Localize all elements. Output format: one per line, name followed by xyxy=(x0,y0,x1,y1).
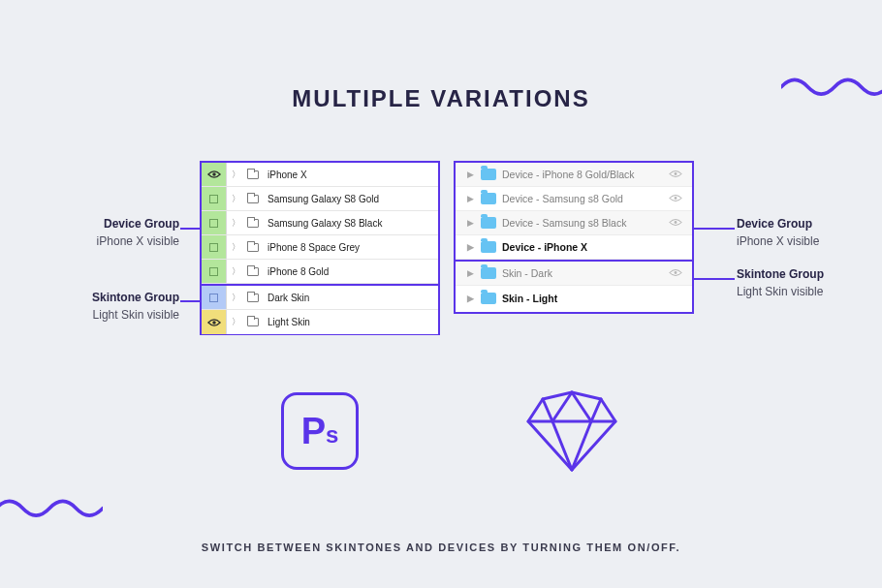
eye-icon xyxy=(207,318,221,327)
page-title: MULTIPLE VARIATIONS xyxy=(0,85,882,112)
eye-icon xyxy=(207,170,221,179)
layer-row[interactable]: ▶ Device - iPhone 8 Gold/Black xyxy=(456,163,692,187)
visibility-toggle[interactable] xyxy=(202,260,227,283)
callout-sub: iPhone X visible xyxy=(39,232,179,250)
callout-skin-right: Skintone Group Light Skin visible xyxy=(737,265,872,300)
svg-point-4 xyxy=(675,221,677,224)
layer-name: iPhone 8 Gold xyxy=(262,266,329,277)
hidden-eye-icon[interactable] xyxy=(667,217,682,229)
lead-line xyxy=(694,278,735,280)
chevron-right-icon[interactable]: 〉 xyxy=(227,316,244,328)
layer-row[interactable]: ▶ Skin - Dark xyxy=(456,262,692,286)
device-group: ▶ Device - iPhone 8 Gold/Black ▶ Device … xyxy=(456,163,692,260)
layer-name: Samsung Galaxy S8 Gold xyxy=(262,194,379,204)
hidden-eye-icon[interactable] xyxy=(667,169,682,180)
skintone-group: 〉 Dark Skin 〉 Light Skin xyxy=(202,284,438,334)
callout-title: Skintone Group xyxy=(27,289,179,306)
layer-row[interactable]: 〉 iPhone 8 Gold xyxy=(202,260,438,284)
decoration-wave-bottom xyxy=(0,491,103,520)
layer-name: Device - Samsung s8 Gold xyxy=(502,193,667,204)
visibility-toggle[interactable] xyxy=(202,286,227,309)
layer-name: Device - iPhone X xyxy=(502,241,667,253)
svg-point-2 xyxy=(675,172,677,175)
visibility-toggle[interactable] xyxy=(202,211,227,234)
folder-icon xyxy=(244,267,262,276)
photoshop-layers-panel: 〉 iPhone X 〉 Samsung Galaxy S8 Gold 〉 Sa… xyxy=(200,161,440,335)
chevron-right-icon[interactable]: 〉 xyxy=(227,169,244,181)
callout-device-right: Device Group iPhone X visible xyxy=(737,215,872,250)
layer-row[interactable]: ▶ Device - Samsung s8 Black xyxy=(456,211,692,235)
chevron-right-icon[interactable]: ▶ xyxy=(467,194,479,203)
device-group: 〉 iPhone X 〉 Samsung Galaxy S8 Gold 〉 Sa… xyxy=(202,163,438,284)
visibility-toggle[interactable] xyxy=(202,310,227,334)
lead-line xyxy=(180,228,200,230)
folder-icon xyxy=(244,219,262,228)
chevron-right-icon[interactable]: 〉 xyxy=(227,193,244,205)
hidden-eye-icon[interactable] xyxy=(667,267,682,279)
chevron-right-icon[interactable]: ▶ xyxy=(467,268,479,278)
callout-title: Skintone Group xyxy=(737,265,872,283)
layer-name: iPhone X xyxy=(262,170,307,180)
folder-icon xyxy=(481,293,496,304)
layer-row[interactable]: 〉 Dark Skin xyxy=(202,286,438,310)
layer-name: Skin - Dark xyxy=(502,267,667,279)
folder-icon xyxy=(244,294,262,302)
callout-sub: Light Skin visible xyxy=(27,306,179,324)
visibility-toggle[interactable] xyxy=(202,235,227,259)
folder-icon xyxy=(481,217,496,229)
svg-point-5 xyxy=(675,271,677,274)
svg-point-1 xyxy=(212,321,216,325)
layer-row[interactable]: 〉 Samsung Galaxy S8 Gold xyxy=(202,187,438,211)
sketch-icon xyxy=(523,387,620,475)
layer-name: Light Skin xyxy=(262,317,310,327)
lead-line xyxy=(694,228,735,230)
layer-name: Dark Skin xyxy=(262,293,309,303)
skintone-group: ▶ Skin - Dark ▶ Skin - Light xyxy=(456,260,692,310)
svg-point-0 xyxy=(212,172,216,176)
layer-name: iPhone 8 Space Grey xyxy=(262,242,360,253)
footer-note: SWITCH BETWEEN SKINTONES AND DEVICES BY … xyxy=(0,542,882,553)
chevron-right-icon[interactable]: ▶ xyxy=(467,294,479,303)
callout-sub: iPhone X visible xyxy=(737,232,872,250)
folder-icon xyxy=(481,267,496,279)
layer-name: Device - Samsung s8 Black xyxy=(502,217,667,229)
folder-icon xyxy=(244,170,262,179)
callout-title: Device Group xyxy=(737,215,872,232)
callout-sub: Light Skin visible xyxy=(737,283,872,300)
folder-icon xyxy=(481,241,496,253)
chevron-right-icon[interactable]: 〉 xyxy=(227,217,244,230)
visibility-toggle[interactable] xyxy=(202,187,227,210)
callout-device-left: Device Group iPhone X visible xyxy=(39,215,179,250)
svg-point-3 xyxy=(675,197,677,200)
callout-title: Device Group xyxy=(39,215,179,232)
layer-row[interactable]: ▶ Skin - Light xyxy=(456,286,692,310)
layer-name: Skin - Light xyxy=(502,293,667,304)
layer-name: Samsung Galaxy S8 Black xyxy=(262,218,382,229)
folder-icon xyxy=(244,195,262,203)
folder-icon xyxy=(244,243,262,252)
layer-name: Device - iPhone 8 Gold/Black xyxy=(502,169,667,180)
photoshop-icon: Ps xyxy=(281,392,359,470)
chevron-right-icon[interactable]: 〉 xyxy=(227,292,244,304)
layer-row[interactable]: 〉 Light Skin xyxy=(202,310,438,334)
layer-row[interactable]: 〉 Samsung Galaxy S8 Black xyxy=(202,211,438,235)
folder-icon xyxy=(481,193,496,204)
chevron-right-icon[interactable]: ▶ xyxy=(467,218,479,228)
chevron-right-icon[interactable]: ▶ xyxy=(467,170,479,179)
chevron-right-icon[interactable]: 〉 xyxy=(227,265,244,278)
layer-row[interactable]: ▶ Device - iPhone X xyxy=(456,235,692,260)
sketch-layers-panel: ▶ Device - iPhone 8 Gold/Black ▶ Device … xyxy=(454,161,694,314)
layer-row[interactable]: 〉 iPhone X xyxy=(202,163,438,187)
chevron-right-icon[interactable]: ▶ xyxy=(467,242,479,252)
chevron-right-icon[interactable]: 〉 xyxy=(227,241,244,254)
folder-icon xyxy=(481,169,496,180)
hidden-eye-icon[interactable] xyxy=(667,193,682,204)
layer-row[interactable]: 〉 iPhone 8 Space Grey xyxy=(202,235,438,260)
lead-line xyxy=(180,300,200,302)
folder-icon xyxy=(244,318,262,326)
visibility-toggle[interactable] xyxy=(202,163,227,186)
layer-row[interactable]: ▶ Device - Samsung s8 Gold xyxy=(456,187,692,211)
callout-skin-left: Skintone Group Light Skin visible xyxy=(27,289,179,324)
